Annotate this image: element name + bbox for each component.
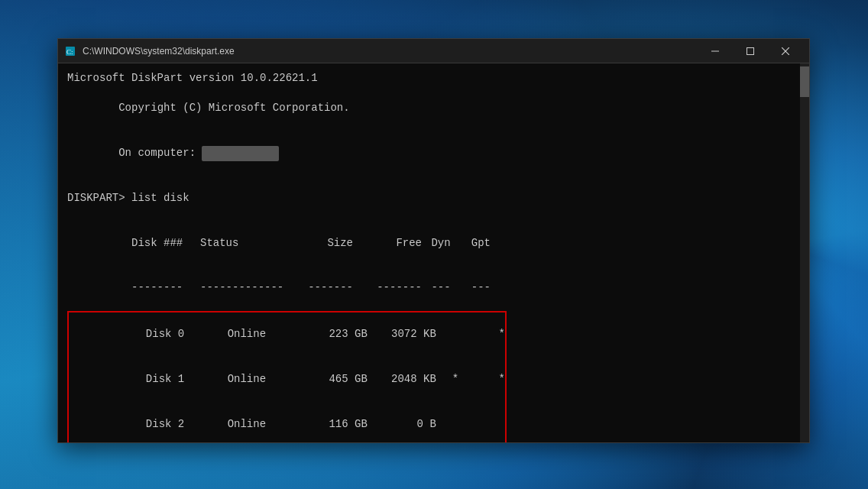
table-separator: ----------------------------------------… — [67, 266, 791, 311]
computer-name-redacted — [202, 146, 279, 161]
line-blank2 — [67, 206, 791, 221]
scrollbar[interactable] — [800, 63, 809, 442]
svg-text:C:: C: — [66, 48, 73, 56]
titlebar: C: C:\WINDOWS\system32\diskpart.exe — [58, 39, 809, 63]
disk-row-2: Disk 2 Online116 GB0 B — [69, 402, 505, 442]
window-body: Microsoft DiskPart version 10.0.22621.1 … — [58, 63, 809, 442]
minimize-button[interactable] — [698, 39, 733, 63]
close-button[interactable] — [768, 39, 803, 63]
svg-rect-3 — [747, 47, 754, 54]
line-command: DISKPART> list disk — [67, 191, 791, 206]
window-icon: C: — [64, 45, 76, 57]
line-version: Microsoft DiskPart version 10.0.22621.1 — [67, 71, 791, 86]
table-header: Disk ###StatusSizeFreeDynGpt — [67, 221, 791, 266]
titlebar-controls — [698, 39, 803, 63]
line-copyright: Copyright (C) Microsoft Corporation. — [67, 86, 791, 131]
line-computer: On computer: — [67, 131, 791, 176]
terminal-window: C: C:\WINDOWS\system32\diskpart.exe — [57, 38, 810, 443]
scrollbar-thumb[interactable] — [800, 66, 809, 97]
svg-rect-2 — [711, 50, 719, 51]
window-title: C:\WINDOWS\system32\diskpart.exe — [83, 46, 698, 57]
terminal-content[interactable]: Microsoft DiskPart version 10.0.22621.1 … — [58, 63, 800, 442]
highlighted-disks: Disk 0 Online223 GB3072 KB * Disk 1 Onli… — [67, 311, 507, 443]
line-blank1 — [67, 176, 791, 191]
maximize-button[interactable] — [733, 39, 768, 63]
disk-row-0: Disk 0 Online223 GB3072 KB * — [69, 313, 505, 358]
disk-row-1: Disk 1 Online465 GB2048 KB** — [69, 357, 505, 402]
